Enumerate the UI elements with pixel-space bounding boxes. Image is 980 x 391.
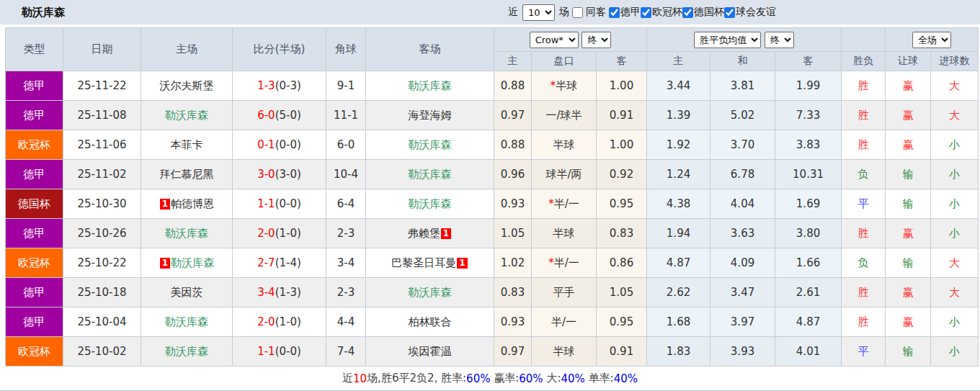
result-cell: 胜 [842, 71, 886, 101]
avg-stage-select[interactable]: 终 [765, 32, 794, 48]
goals-result-cell: 小 [931, 307, 979, 337]
score-cell: 1-3(0-3) [233, 71, 326, 101]
league-filter-checkbox[interactable] [609, 7, 620, 18]
away-team-cell: 弗赖堡1 [366, 219, 494, 248]
avg-home-cell: 2.62 [647, 278, 710, 307]
league-filter-group: 德甲欧冠杯德国杯球会友谊 [609, 6, 776, 19]
goals-result-cell: 大 [931, 248, 979, 278]
date-cell: 25-10-04 [63, 307, 141, 337]
col-type: 类型 [6, 28, 63, 71]
corner-cell: 3-4 [326, 248, 366, 278]
scope-group-header: 全场 [886, 28, 979, 52]
league-filter-checkbox[interactable] [682, 7, 693, 18]
league-filter-checkbox[interactable] [641, 7, 651, 18]
team-name: 勒沃库森 [409, 79, 452, 92]
league-filter-checkbox[interactable] [724, 7, 735, 18]
handicap-result-cell: 赢 [886, 101, 931, 130]
handicap-cell: 球半/两 [532, 160, 597, 189]
avg-away-cell: 3.83 [775, 130, 842, 160]
home-odds-cell: 0.97 [494, 101, 532, 130]
avg-away-cell: 7.33 [775, 101, 842, 130]
home-odds-cell: 0.96 [494, 160, 532, 189]
fulltime-score: 1-3 [257, 79, 275, 92]
scope-select[interactable]: 全场 [912, 32, 951, 48]
match-row: 欧冠杯25-10-02勒沃库森1-1(0-0)7-4埃因霍温0.97半球0.91… [6, 337, 979, 367]
match-row: 德国杯25-10-301帕德博恩1-1(0-0)6-4勒沃库森0.93*半/一0… [6, 189, 979, 219]
handicap-result-cell: 输 [886, 337, 931, 367]
home-odds-cell: 0.88 [494, 130, 532, 160]
league-cell: 欧冠杯 [6, 337, 63, 367]
away-team-cell: 海登海姆 [366, 101, 494, 130]
recent-count-select[interactable]: 10 [522, 4, 555, 21]
league-cell: 德甲 [6, 71, 63, 101]
corner-cell: 11-1 [326, 101, 366, 130]
league-cell: 德甲 [6, 101, 63, 130]
summary-segment: 单率: [585, 372, 614, 385]
team-name: 勒沃库森 [409, 286, 452, 299]
avg-draw-cell: 3.63 [710, 219, 775, 248]
team-name: 勒沃库森 [165, 345, 208, 358]
league-cell: 德甲 [6, 160, 63, 189]
away-odds-cell: 0.95 [597, 189, 647, 219]
matches-label: 场 [559, 6, 569, 19]
team-name: 海登海姆 [409, 109, 452, 122]
goals-result-cell: 大 [931, 71, 979, 101]
handicap-cell: 一/球半 [532, 101, 597, 130]
team-name: 勒沃库森 [409, 168, 452, 181]
score-cell: 6-0(5-0) [233, 101, 326, 130]
away-team-cell: 勒沃库森 [366, 189, 494, 219]
date-cell: 25-10-30 [63, 189, 141, 219]
corner-cell: 7-4 [326, 337, 366, 367]
avg-away-cell: 1.66 [775, 248, 842, 278]
team-name: 巴黎圣日耳曼 [391, 256, 456, 269]
handicap-cell: *半球 [532, 71, 597, 101]
home-odds-cell: 1.02 [494, 248, 532, 278]
match-row: 德甲25-11-02拜仁慕尼黑3-0(3-0)10-4勒沃库森0.96球半/两0… [6, 160, 979, 189]
sub-away-odds: 客 [597, 52, 647, 71]
odds-stage-select[interactable]: 终 [582, 32, 611, 48]
home-odds-cell: 0.88 [494, 71, 532, 101]
summary-segment: 60% [519, 372, 543, 385]
avg-source-select[interactable]: 胜平负均值 [694, 32, 761, 48]
team-name: 勒沃库森 [165, 227, 208, 240]
halftime-score: (3-0) [275, 168, 301, 181]
odds-source-select[interactable]: Crow* [530, 32, 579, 48]
handicap-cell: 平手 [532, 278, 597, 307]
league-filter: 球会友谊 [724, 6, 776, 19]
sub-home-odds: 主 [494, 52, 532, 71]
handicap-result-cell: 输 [886, 160, 931, 189]
home-odds-cell: 0.83 [494, 278, 532, 307]
league-filter-label: 欧冠杯 [652, 6, 682, 19]
score-cell: 3-4(1-3) [233, 278, 326, 307]
sub-avg-away: 客 [775, 52, 842, 71]
team-name: 沃尔夫斯堡 [160, 79, 214, 92]
league-cell: 欧冠杯 [6, 248, 63, 278]
team-name: 弗赖堡 [408, 227, 440, 240]
avg-home-cell: 3.44 [647, 71, 710, 101]
match-row: 德甲25-10-18美因茨3-4(1-3)2-3勒沃库森0.83平手1.052.… [6, 278, 979, 307]
corner-cell: 4-4 [326, 307, 366, 337]
summary-segment: 40% [614, 372, 638, 385]
sub-handicap: 盘口 [532, 52, 597, 71]
league-cell: 德国杯 [6, 189, 63, 219]
same-venue-checkbox[interactable] [572, 7, 583, 18]
match-row: 德甲25-11-22沃尔夫斯堡1-3(0-3)9-1勒沃库森0.88*半球1.0… [6, 71, 979, 101]
avg-draw-cell: 3.70 [710, 130, 775, 160]
team-name: 勒沃库森 [171, 256, 214, 269]
avg-away-cell: 3.80 [775, 219, 842, 248]
halftime-score: (0-0) [275, 138, 301, 151]
team-name: 拜仁慕尼黑 [160, 168, 214, 181]
avg-group-header: 胜平负均值 终 [647, 28, 842, 52]
league-filter-label: 德国杯 [694, 6, 724, 19]
top-filter-bar: 勒沃库森 近 10 场 同客 德甲欧冠杯德国杯球会友谊 [0, 0, 980, 26]
home-team-cell: 本菲卡 [141, 130, 233, 160]
result-cell: 平 [842, 189, 886, 219]
fulltime-score: 1-1 [257, 345, 275, 358]
avg-home-cell: 1.39 [647, 101, 710, 130]
event-badge: 1 [160, 258, 170, 269]
match-table: 类型 日期 主场 比分(半场) 角球 客场 Crow* 终 胜平负均值 终 全场 [5, 27, 979, 367]
away-odds-cell: 0.91 [597, 337, 647, 367]
goals-result-cell: 小 [931, 160, 979, 189]
home-team-cell: 1帕德博恩 [141, 189, 233, 219]
result-cell: 胜 [842, 278, 886, 307]
